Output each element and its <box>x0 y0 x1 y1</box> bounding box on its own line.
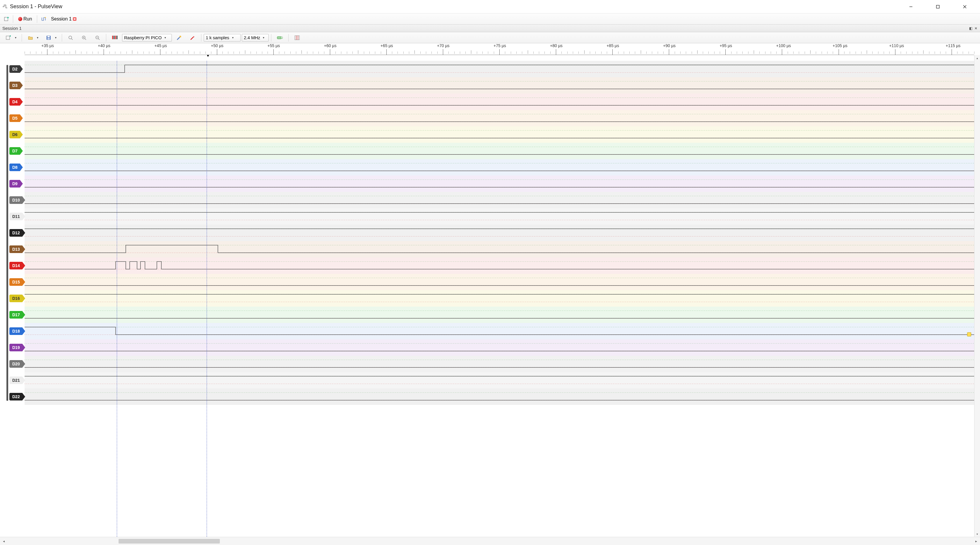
channel-label[interactable]: D16 <box>10 295 22 302</box>
close-tab-icon[interactable] <box>73 17 76 21</box>
channel-label[interactable]: D19 <box>10 344 22 351</box>
cursor-line[interactable] <box>207 61 207 537</box>
save-button[interactable]: ▾ <box>43 33 59 42</box>
svg-point-33 <box>180 36 181 37</box>
ruler-major-label: +80 µs <box>550 43 563 48</box>
main-toolbar: Run Session 1 <box>0 13 980 25</box>
signal-trace <box>25 81 974 89</box>
channel-label[interactable]: D5 <box>10 114 20 122</box>
ruler-major-label: +70 µs <box>437 43 450 48</box>
channel-label[interactable]: D15 <box>10 278 22 286</box>
channel-label[interactable]: D22 <box>10 393 22 400</box>
channel-label[interactable]: D7 <box>10 147 20 155</box>
cursors-button[interactable] <box>291 33 303 42</box>
channel-d4: D4 <box>0 94 974 110</box>
new-view-button[interactable]: ▾ <box>2 33 19 42</box>
zoom-out-button[interactable] <box>91 33 103 42</box>
channel-label[interactable]: D10 <box>10 196 22 204</box>
add-decoder-button[interactable] <box>274 33 286 42</box>
signal-trace <box>25 326 974 335</box>
window-title: Session 1 - PulseView <box>10 3 62 10</box>
channel-label[interactable]: D11 <box>10 213 22 220</box>
channel-label[interactable]: D13 <box>10 245 22 253</box>
channel-group-handle[interactable] <box>6 65 8 401</box>
channel-label[interactable]: D2 <box>10 65 20 73</box>
svg-rect-4 <box>6 8 7 8</box>
channels-button[interactable] <box>108 33 121 42</box>
svg-rect-18 <box>48 36 50 37</box>
hscroll-thumb[interactable] <box>119 539 220 543</box>
svg-rect-1 <box>4 5 5 7</box>
open-button[interactable]: ▾ <box>24 33 41 42</box>
channel-label[interactable]: D4 <box>10 98 20 106</box>
ruler-major-label: +65 µs <box>380 43 393 48</box>
channel-d9: D9 <box>0 176 974 192</box>
channel-d5: D5 <box>0 110 974 126</box>
channel-label[interactable]: D14 <box>10 262 22 269</box>
run-label: Run <box>24 16 32 22</box>
close-panel-button[interactable]: ✕ <box>974 26 978 31</box>
zoom-fit-button[interactable] <box>64 33 77 42</box>
hscroll-track[interactable] <box>8 539 972 544</box>
scroll-up-arrow[interactable]: ▴ <box>974 55 980 61</box>
zoom-in-button[interactable] <box>78 33 90 42</box>
channel-label[interactable]: D17 <box>10 311 22 319</box>
cursor-line[interactable] <box>117 61 117 537</box>
time-ruler[interactable]: +35 µs+40 µs+45 µs+50 µs+55 µs+60 µs+65 … <box>25 43 974 55</box>
configure-device-button[interactable] <box>173 33 185 42</box>
device-selector[interactable]: Raspberry PI PICO ▾ <box>122 34 172 41</box>
record-icon <box>18 17 22 21</box>
channel-d11: D11 <box>0 208 974 225</box>
signal-trace <box>25 64 974 73</box>
session-tab-label: Session 1 <box>51 16 72 22</box>
channel-d7: D7 <box>0 143 974 159</box>
horizontal-scrollbar[interactable]: ◂ ▸ <box>0 537 980 545</box>
marker-tag[interactable] <box>967 332 971 337</box>
signal-trace <box>25 146 974 155</box>
svg-rect-19 <box>48 38 50 40</box>
new-session-button[interactable] <box>2 15 11 23</box>
signal-trace <box>25 277 974 286</box>
channel-label[interactable]: D8 <box>10 164 20 171</box>
minimize-button[interactable] <box>897 0 924 13</box>
ruler-major-label: +45 µs <box>154 43 167 48</box>
scroll-right-arrow[interactable]: ▸ <box>972 537 980 545</box>
ruler-major-label: +40 µs <box>98 43 110 48</box>
svg-rect-3 <box>6 5 6 8</box>
svg-rect-32 <box>116 36 118 39</box>
channel-label[interactable]: D21 <box>10 377 22 384</box>
signal-lanes[interactable]: D2D3D4D5D6D7D8D9D10D11D12D13D14D15D16D17… <box>0 61 974 537</box>
channel-d21: D21 <box>0 372 974 388</box>
run-stop-button[interactable]: Run <box>15 15 35 23</box>
signal-trace <box>25 359 974 368</box>
channel-label[interactable]: D18 <box>10 327 22 335</box>
svg-rect-6 <box>936 5 939 8</box>
signal-trace <box>25 97 974 106</box>
vertical-scrollbar[interactable]: ▴ ▾ <box>974 55 980 537</box>
session-tab[interactable]: Session 1 <box>49 15 78 23</box>
maximize-button[interactable] <box>924 0 951 13</box>
sample-count-selector[interactable]: 1 k samples ▾ <box>204 34 240 41</box>
ruler-major-label: +55 µs <box>267 43 280 48</box>
scroll-left-arrow[interactable]: ◂ <box>0 537 8 545</box>
trigger-marker[interactable]: ▾ <box>207 53 209 58</box>
trigger-button[interactable] <box>186 33 199 42</box>
channel-label[interactable]: D3 <box>10 82 20 89</box>
scroll-down-arrow[interactable]: ▾ <box>974 531 980 537</box>
svg-line-28 <box>99 39 100 40</box>
channel-d19: D19 <box>0 339 974 356</box>
decoder-icon-button[interactable] <box>39 15 48 23</box>
ruler-major-label: +95 µs <box>719 43 732 48</box>
signal-trace <box>25 392 974 401</box>
channel-label[interactable]: D20 <box>10 360 22 368</box>
close-button[interactable] <box>951 0 978 13</box>
detach-panel-button[interactable]: ◧ <box>968 26 973 31</box>
channel-label[interactable]: D9 <box>10 180 20 187</box>
svg-point-13 <box>45 17 46 18</box>
channel-label[interactable]: D12 <box>10 229 22 237</box>
ruler-major-label: +115 µs <box>946 43 961 48</box>
sample-rate-selector[interactable]: 2.4 MHz ▾ <box>242 34 269 41</box>
ruler-major-label: +90 µs <box>663 43 676 48</box>
channel-label[interactable]: D6 <box>10 131 20 138</box>
signal-trace <box>25 228 974 237</box>
